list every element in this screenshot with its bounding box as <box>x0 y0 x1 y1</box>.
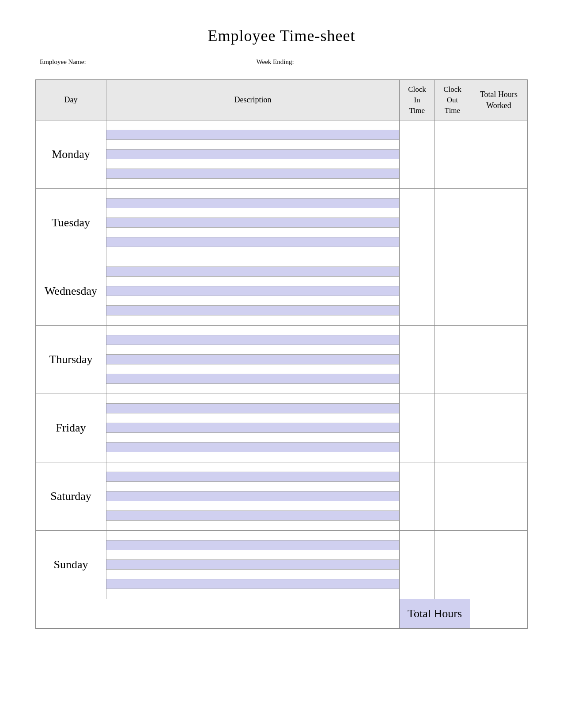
total-hours-cell-tuesday[interactable] <box>470 189 528 257</box>
table-header-row: Day Description ClockInTime ClockOutTime… <box>36 80 528 120</box>
clock-out-cell-thursday[interactable] <box>435 326 470 394</box>
total-hours-cell-thursday[interactable] <box>470 326 528 394</box>
clock-in-cell-sunday[interactable] <box>400 531 435 599</box>
description-line[interactable] <box>106 335 399 345</box>
description-line[interactable] <box>106 355 399 364</box>
description-line[interactable] <box>106 589 399 599</box>
description-line[interactable] <box>106 140 399 150</box>
description-line[interactable] <box>106 208 399 218</box>
clock-in-cell-monday[interactable] <box>400 120 435 189</box>
description-line[interactable] <box>106 404 399 413</box>
description-line[interactable] <box>106 521 399 530</box>
employee-name-value[interactable] <box>89 57 168 66</box>
description-line[interactable] <box>106 345 399 355</box>
description-line[interactable] <box>106 452 399 462</box>
table-row: Monday <box>36 120 528 189</box>
description-line[interactable] <box>106 472 399 482</box>
description-line[interactable] <box>106 560 399 570</box>
description-line[interactable] <box>106 326 399 335</box>
description-line[interactable] <box>106 374 399 384</box>
week-ending-value[interactable] <box>297 57 376 66</box>
description-line[interactable] <box>106 179 399 188</box>
clock-out-cell-monday[interactable] <box>435 120 470 189</box>
description-line[interactable] <box>106 286 399 296</box>
description-line[interactable] <box>106 443 399 452</box>
description-line[interactable] <box>106 511 399 521</box>
description-line[interactable] <box>106 570 399 579</box>
description-line[interactable] <box>106 257 399 267</box>
description-line[interactable] <box>106 492 399 501</box>
description-line[interactable] <box>106 306 399 315</box>
total-hours-cell-sunday[interactable] <box>470 531 528 599</box>
clock-in-column-header: ClockInTime <box>400 80 435 120</box>
description-line[interactable] <box>106 228 399 237</box>
clock-in-cell-saturday[interactable] <box>400 462 435 531</box>
day-cell-sunday: Sunday <box>36 531 106 599</box>
week-ending-field: Week Ending: <box>257 57 376 66</box>
employee-label: Employee Name: <box>40 58 86 66</box>
description-line[interactable] <box>106 130 399 140</box>
description-line[interactable] <box>106 277 399 286</box>
description-cell-friday[interactable] <box>106 394 400 462</box>
clock-in-cell-tuesday[interactable] <box>400 189 435 257</box>
description-line[interactable] <box>106 531 399 540</box>
description-line[interactable] <box>106 150 399 159</box>
description-line[interactable] <box>106 413 399 423</box>
day-column-header: Day <box>36 80 106 120</box>
description-line[interactable] <box>106 433 399 443</box>
clock-out-cell-tuesday[interactable] <box>435 189 470 257</box>
day-cell-monday: Monday <box>36 120 106 189</box>
description-line[interactable] <box>106 267 399 277</box>
description-line[interactable] <box>106 462 399 472</box>
description-line[interactable] <box>106 384 399 394</box>
description-line[interactable] <box>106 579 399 589</box>
description-line[interactable] <box>106 482 399 492</box>
description-line[interactable] <box>106 218 399 228</box>
table-row: Tuesday <box>36 189 528 257</box>
description-line[interactable] <box>106 315 399 325</box>
clock-out-cell-saturday[interactable] <box>435 462 470 531</box>
description-line[interactable] <box>106 159 399 169</box>
description-line[interactable] <box>106 189 399 199</box>
total-hours-row: Total Hours <box>36 599 528 629</box>
description-line[interactable] <box>106 423 399 433</box>
employee-name-field: Employee Name: <box>40 57 168 66</box>
clock-out-cell-wednesday[interactable] <box>435 257 470 326</box>
description-cell-thursday[interactable] <box>106 326 400 394</box>
clock-in-cell-wednesday[interactable] <box>400 257 435 326</box>
description-cell-wednesday[interactable] <box>106 257 400 326</box>
description-line[interactable] <box>106 120 399 130</box>
total-hours-cell-monday[interactable] <box>470 120 528 189</box>
description-line[interactable] <box>106 296 399 306</box>
total-hours-cell-friday[interactable] <box>470 394 528 462</box>
description-line[interactable] <box>106 169 399 179</box>
description-cell-tuesday[interactable] <box>106 189 400 257</box>
total-hours-cell-wednesday[interactable] <box>470 257 528 326</box>
description-line[interactable] <box>106 501 399 511</box>
day-cell-thursday: Thursday <box>36 326 106 394</box>
description-line[interactable] <box>106 364 399 374</box>
description-line[interactable] <box>106 247 399 257</box>
clock-in-cell-thursday[interactable] <box>400 326 435 394</box>
total-row-empty2 <box>106 599 400 629</box>
description-line[interactable] <box>106 237 399 247</box>
description-line[interactable] <box>106 540 399 550</box>
clock-out-column-header: ClockOutTime <box>435 80 470 120</box>
timesheet-table: Day Description ClockInTime ClockOutTime… <box>35 79 528 629</box>
description-line[interactable] <box>106 199 399 208</box>
total-hours-cell-saturday[interactable] <box>470 462 528 531</box>
description-cell-saturday[interactable] <box>106 462 400 531</box>
description-cell-sunday[interactable] <box>106 531 400 599</box>
description-line[interactable] <box>106 550 399 560</box>
total-hours-label: Total Hours <box>400 599 470 629</box>
description-line[interactable] <box>106 394 399 404</box>
description-cell-monday[interactable] <box>106 120 400 189</box>
day-cell-wednesday: Wednesday <box>36 257 106 326</box>
clock-out-cell-friday[interactable] <box>435 394 470 462</box>
table-row: Sunday <box>36 531 528 599</box>
day-cell-saturday: Saturday <box>36 462 106 531</box>
total-hours-value[interactable] <box>470 599 528 629</box>
clock-in-cell-friday[interactable] <box>400 394 435 462</box>
clock-out-cell-sunday[interactable] <box>435 531 470 599</box>
table-row: Friday <box>36 394 528 462</box>
